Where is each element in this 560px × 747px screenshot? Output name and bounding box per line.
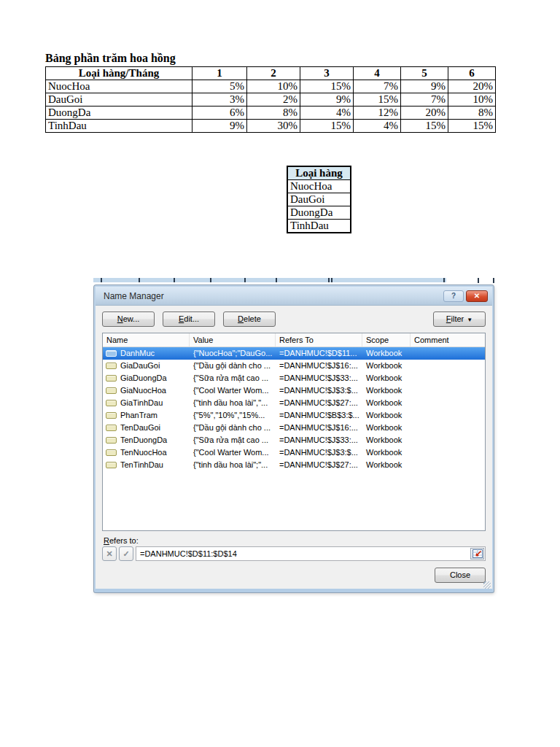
dialog-toolbar: New... Edit... Delete Filter▼ — [96, 306, 492, 331]
name-row-tennuochoa[interactable]: TenNuocHoa {"Cool Warter Wom... =DANHMUC… — [103, 446, 485, 459]
close-window-button[interactable]: ✕ — [466, 290, 488, 302]
table-row: NuocHoa 5% 10% 15% 7% 9% 20% — [46, 80, 496, 93]
name-row-danhmuc[interactable]: DanhMuc {"NuocHoa";"DauGo... =DANHMUC!$D… — [103, 347, 485, 360]
table-row: DauGoi 3% 2% 9% 15% 7% 10% — [46, 93, 496, 107]
dialog-footer: Close — [96, 561, 492, 589]
percent-cell: 5% — [192, 80, 247, 93]
commission-header-cell: Loại hàng/Tháng — [46, 67, 192, 80]
column-header-value[interactable]: Value — [190, 333, 276, 347]
commission-header-cell: 2 — [247, 67, 300, 80]
percent-cell: 20% — [401, 107, 448, 120]
category-cell: DuongDa — [287, 206, 351, 220]
range-select-button[interactable] — [470, 548, 484, 560]
defined-name-icon — [106, 412, 117, 419]
name-row-giaduongda[interactable]: GiaDuongDa {"Sữa rửa mặt cao ... =DANHMU… — [103, 372, 485, 384]
defined-name-icon — [106, 375, 117, 382]
percent-cell: 8% — [448, 107, 496, 120]
new-button[interactable]: New... — [102, 311, 155, 327]
percent-cell: 9% — [401, 80, 448, 93]
percent-cell: 6% — [192, 107, 247, 120]
close-icon: ✕ — [474, 292, 480, 300]
delete-button[interactable]: Delete — [223, 311, 276, 327]
help-icon: ? — [451, 292, 456, 300]
dialog-titlebar[interactable]: Name Manager ? ✕ — [96, 287, 492, 306]
name-row-phantram[interactable]: PhanTram {"5%","10%","15%... =DANHMUC!$B… — [103, 409, 485, 422]
table-row: TinhDau 9% 30% 15% 4% 15% 15% — [46, 120, 496, 133]
percent-cell: 9% — [300, 93, 354, 107]
filter-button[interactable]: Filter▼ — [433, 311, 486, 327]
percent-cell: 8% — [247, 107, 300, 120]
percent-cell: 15% — [300, 120, 354, 133]
percent-cell: 2% — [247, 93, 300, 107]
percent-cell: 9% — [192, 120, 247, 133]
help-button[interactable]: ? — [443, 290, 464, 302]
refers-to-formula: =DANHMUC!$D$11:$D$14 — [140, 549, 237, 558]
document-page: Bảng phần trăm hoa hồng Loại hàng/Tháng … — [0, 0, 560, 747]
commission-table: Loại hàng/Tháng 1 2 3 4 5 6 NuocHoa 5% 1… — [45, 66, 496, 133]
percent-cell: 10% — [247, 80, 300, 93]
commission-header-cell: 4 — [354, 67, 401, 80]
defined-name-icon — [106, 462, 117, 468]
category-cell: DauGoi — [287, 193, 351, 206]
dialog-title: Name Manager — [104, 291, 164, 301]
percent-cell: 4% — [300, 107, 354, 120]
screenshot-edge-artifact — [493, 278, 494, 283]
name-row-tenduongda[interactable]: TenDuongDa {"Sữa rửa mặt cao ... =DANHMU… — [103, 434, 485, 446]
edit-button[interactable]: Edit... — [163, 311, 215, 327]
names-list-header: Name Value Refers To Scope Comment — [103, 333, 485, 347]
screenshot-edge-artifact — [93, 278, 446, 282]
name-row-tendaugoi[interactable]: TenDauGoi {"Dầu gội dành cho ... =DANHMU… — [103, 422, 485, 434]
percent-cell: 3% — [192, 93, 247, 107]
category-cell: TinhDau — [287, 220, 351, 233]
percent-cell: 15% — [448, 120, 496, 133]
enter-button[interactable]: ✓ — [119, 546, 133, 561]
percent-cell: 7% — [401, 93, 448, 107]
column-header-name[interactable]: Name — [103, 333, 190, 347]
defined-name-icon — [106, 449, 117, 456]
percent-cell: 7% — [354, 80, 401, 93]
chevron-down-icon: ▼ — [467, 317, 472, 323]
table-row: DuongDa 6% 8% 4% 12% 20% 8% — [46, 107, 496, 120]
percent-cell: 15% — [354, 93, 401, 107]
refers-to-row: ✕ ✓ =DANHMUC!$D$11:$D$14 — [102, 546, 486, 561]
defined-name-icon — [106, 437, 117, 444]
refers-to-label: Refers to: — [104, 536, 492, 545]
percent-cell: 30% — [247, 120, 300, 133]
column-header-comment[interactable]: Comment — [411, 333, 485, 347]
defined-name-icon — [106, 400, 117, 406]
defined-name-icon — [106, 387, 117, 394]
product-name-cell: TinhDau — [46, 120, 192, 133]
name-row-giadaugoi[interactable]: GiaDauGoi {"Dầu gội dành cho ... =DANHMU… — [103, 360, 485, 372]
percent-cell: 12% — [354, 107, 401, 120]
screenshot-edge-artifact — [478, 278, 479, 283]
refers-to-input[interactable]: =DANHMUC!$D$11:$D$14 — [136, 546, 486, 561]
column-header-scope[interactable]: Scope — [362, 333, 411, 347]
commission-header-cell: 3 — [300, 67, 354, 80]
percent-cell: 15% — [300, 80, 354, 93]
product-name-cell: DauGoi — [46, 93, 192, 107]
close-button[interactable]: Close — [435, 568, 486, 583]
commission-table-title: Bảng phần trăm hoa hồng — [45, 52, 176, 65]
category-header-cell: Loại hàng — [287, 166, 351, 180]
resize-grip[interactable] — [483, 581, 491, 589]
defined-name-icon — [106, 363, 117, 369]
category-table: Loại hàng NuocHoa DauGoi DuongDa TinhDau — [287, 166, 351, 233]
commission-header-row: Loại hàng/Tháng 1 2 3 4 5 6 — [46, 67, 496, 80]
category-cell: NuocHoa — [287, 180, 351, 193]
name-manager-dialog: Name Manager ? ✕ New... Edit... Delete F… — [94, 285, 494, 592]
commission-header-cell: 6 — [448, 67, 496, 80]
percent-cell: 15% — [401, 120, 448, 133]
name-row-gianuochoa[interactable]: GiaNuocHoa {"Cool Warter Wom... =DANHMUC… — [103, 384, 485, 397]
commission-header-cell: 5 — [401, 67, 448, 80]
name-row-giatinhdau[interactable]: GiaTinhDau {"tinh dầu hoa lài","... =DAN… — [103, 397, 485, 409]
defined-name-icon — [106, 350, 117, 357]
cancel-button[interactable]: ✕ — [102, 546, 117, 561]
column-header-refers-to[interactable]: Refers To — [276, 333, 362, 347]
product-name-cell: NuocHoa — [46, 80, 192, 93]
product-name-cell: DuongDa — [46, 107, 192, 120]
percent-cell: 20% — [448, 80, 496, 93]
names-list[interactable]: Name Value Refers To Scope Comment DanhM… — [102, 333, 486, 531]
name-row-tentinhdau[interactable]: TenTinhDau {"tinh dầu hoa lài";"... =DAN… — [103, 459, 485, 471]
commission-header-cell: 1 — [192, 67, 247, 80]
percent-cell: 10% — [448, 93, 496, 107]
